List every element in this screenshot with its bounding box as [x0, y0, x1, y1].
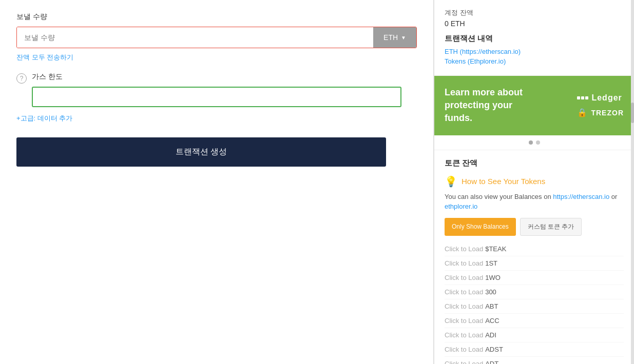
tx-link-tokens[interactable]: Tokens (Ethplorer.io) [445, 57, 624, 65]
gas-limit-input[interactable]: 21000 [32, 87, 401, 107]
token-row[interactable]: Click to Load ACC [445, 314, 624, 328]
token-row[interactable]: Click to Load 300 [445, 285, 624, 299]
token-name: $TEAK [485, 245, 506, 253]
transfer-all-link[interactable]: 잔액 모두 전송하기 [16, 53, 73, 62]
token-row[interactable]: Click to Load ABT [445, 299, 624, 314]
token-name: ADI [485, 331, 496, 339]
scrollbar-thumb[interactable] [631, 103, 634, 123]
view-balances-text: You can also view your Balances on https… [445, 192, 624, 212]
token-row[interactable]: Click to Load ADI [445, 328, 624, 342]
banner-dots [434, 135, 634, 150]
tx-history-label: 트랜잭션 내역 [445, 34, 624, 44]
token-row[interactable]: Click to Load ADST [445, 342, 624, 357]
ledger-icon [577, 96, 588, 99]
token-name: 1ST [485, 259, 497, 267]
right-panel: 계정 잔액 0 ETH 트랜잭션 내역 ETH (https://ethersc… [434, 0, 634, 364]
right-panel-wrapper: 계정 잔액 0 ETH 트랜잭션 내역 ETH (https://ethersc… [434, 0, 634, 364]
hardware-wallet-banner: Learn more about protecting your funds. … [434, 76, 634, 135]
token-section: 토큰 잔액 💡 How to See Your Tokens You can a… [434, 150, 634, 364]
token-section-title: 토큰 잔액 [445, 158, 624, 168]
gas-section: ? 가스 한도 [16, 72, 417, 84]
scrollbar-track [631, 0, 634, 364]
balance-value: 0 ETH [445, 19, 624, 28]
how-to-tokens-link[interactable]: How to See Your Tokens [462, 177, 545, 186]
advanced-data-link[interactable]: +고급: 데이터 추가 [16, 114, 72, 123]
token-name: ADST [485, 346, 503, 353]
send-amount-input[interactable] [17, 27, 373, 48]
token-row[interactable]: Click to Load 1WO [445, 271, 624, 285]
generate-transaction-button[interactable]: 트랜잭션 생성 [16, 137, 386, 167]
etherscan-link[interactable]: https://etherscan.io [553, 193, 609, 200]
dot-1[interactable] [529, 140, 533, 145]
click-to-load-label: Click to Load [445, 317, 483, 325]
gas-input-wrapper: 21000 [32, 87, 417, 107]
click-to-load-label: Click to Load [445, 274, 483, 281]
gas-label: 가스 한도 [32, 72, 63, 82]
click-to-load-label: Click to Load [445, 302, 483, 310]
click-to-load-label: Click to Load [445, 360, 483, 364]
token-name: 300 [485, 288, 496, 296]
token-name: ACC [485, 317, 499, 325]
ledger-label: Ledger [591, 93, 622, 103]
dot-2[interactable] [536, 140, 540, 145]
token-name: ADT [485, 360, 498, 364]
banner-text: Learn more about protecting your funds. [445, 86, 527, 125]
send-amount-row: ETH ▼ [16, 27, 417, 48]
trezor-shield-icon: 🔒 [577, 108, 588, 117]
add-custom-token-button[interactable]: 커스텀 토큰 추가 [520, 218, 582, 236]
click-to-load-label: Click to Load [445, 259, 483, 267]
currency-dropdown-button[interactable]: ETH ▼ [373, 27, 416, 48]
token-row[interactable]: Click to Load 1ST [445, 256, 624, 271]
bulb-icon: 💡 [445, 175, 457, 188]
token-buttons: Only Show Balances 커스텀 토큰 추가 [445, 218, 624, 236]
ledger-logo: Ledger [577, 93, 622, 103]
token-list: Click to Load $TEAK Click to Load 1ST Cl… [445, 242, 624, 364]
click-to-load-label: Click to Load [445, 346, 483, 353]
token-row[interactable]: Click to Load $TEAK [445, 242, 624, 256]
help-icon[interactable]: ? [16, 73, 27, 84]
trezor-logo: 🔒 TREZOR [577, 108, 624, 117]
currency-label: ETH [383, 33, 398, 42]
token-row[interactable]: Click to Load ADT [445, 357, 624, 364]
account-balance-section: 계정 잔액 0 ETH 트랜잭션 내역 ETH (https://ethersc… [434, 0, 634, 76]
click-to-load-label: Click to Load [445, 331, 483, 339]
click-to-load-label: Click to Load [445, 245, 483, 253]
click-to-load-label: Click to Load [445, 288, 483, 296]
token-name: 1WO [485, 274, 501, 281]
trezor-label: TREZOR [591, 109, 624, 117]
how-to-tokens: 💡 How to See Your Tokens [445, 175, 624, 188]
chevron-down-icon: ▼ [401, 35, 406, 41]
send-amount-label: 보낼 수량 [16, 12, 417, 22]
account-balance-label: 계정 잔액 [445, 8, 624, 17]
left-panel: 보낼 수량 ETH ▼ 잔액 모두 전송하기 ? 가스 한도 21000 +고급… [0, 0, 434, 364]
ethplorer-link[interactable]: ethplorer.io [445, 203, 477, 210]
only-show-balances-button[interactable]: Only Show Balances [445, 218, 516, 236]
tx-link-eth[interactable]: ETH (https://etherscan.io) [445, 48, 624, 55]
banner-logos: Ledger 🔒 TREZOR [577, 93, 624, 117]
token-name: ABT [485, 302, 498, 310]
